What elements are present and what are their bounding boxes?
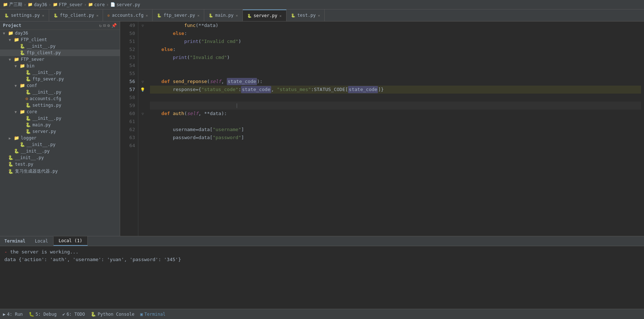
- close-icon-main[interactable]: ✕: [236, 13, 238, 17]
- pin-icon[interactable]: 📌: [111, 23, 117, 28]
- status-debug[interactable]: 🐛 5: Debug: [29, 312, 57, 317]
- fold-icon-60[interactable]: ▽: [142, 112, 144, 116]
- tree-label-settings: settings.py: [32, 103, 61, 108]
- close-icon-settings[interactable]: ✕: [42, 13, 44, 17]
- code-line-64: [150, 142, 641, 150]
- breadcrumb-item-4[interactable]: 📄 server.py: [110, 2, 140, 7]
- tree-item-init-conf[interactable]: 🐍 __init__.py: [0, 89, 120, 95]
- folder-icon-core: 📁: [20, 109, 25, 114]
- tree-item-main-py[interactable]: 🐍 main.py: [0, 122, 120, 128]
- todo-icon: ✔: [62, 312, 65, 317]
- tree-item-day36[interactable]: ▼ 📁 day36: [0, 30, 120, 36]
- tree-item-zh-py[interactable]: 🐍 复习生成器迭代器.py: [0, 168, 120, 175]
- tree-label-conf: conf: [27, 83, 37, 88]
- py-icon-ftp-sever: 🐍: [157, 13, 161, 17]
- status-terminal[interactable]: ▣ Terminal: [140, 312, 165, 317]
- tree-label-init-root2: __init__.py: [15, 155, 44, 160]
- tab-test-py[interactable]: 🐍 test.py ✕: [287, 9, 325, 21]
- settings-icon[interactable]: ⚙: [107, 23, 110, 28]
- arrow-bin: ▼: [15, 64, 18, 68]
- py-icon-init1: 🐍: [20, 44, 25, 49]
- terminal-tab-local[interactable]: Local: [30, 237, 54, 245]
- ln-59: 59: [123, 102, 135, 110]
- tree-label-ftp-client-py: ftp_client.py: [27, 50, 61, 55]
- tab-ftp-client[interactable]: 🐍 ftp_client.py ✕: [49, 9, 103, 21]
- gutter-56: ▽: [138, 78, 147, 86]
- tab-ftp-sever[interactable]: 🐍 ftp_sever.py ✕: [153, 9, 204, 21]
- gutter-62: [138, 126, 147, 134]
- tree-item-ftp-client[interactable]: ▼ 📁 FTP_client: [0, 36, 120, 43]
- status-python-console[interactable]: 🐍 Python Console: [91, 312, 134, 317]
- py-icon-ftp: 🐍: [54, 13, 58, 17]
- breadcrumb-item-2[interactable]: 📁 FTP_sever: [53, 2, 83, 7]
- collapse-icon[interactable]: ⊟: [103, 23, 106, 28]
- tab-accounts-cfg[interactable]: ⚙ accounts.cfg ✕: [103, 9, 153, 21]
- gutter-64: [138, 142, 147, 150]
- folder-icon-ftp-sever: 📁: [14, 57, 19, 62]
- tree-item-ftp-client-py[interactable]: 🐍 ftp_client.py: [0, 50, 120, 56]
- tab-settings-py[interactable]: 🐍 settings.py ✕: [0, 9, 49, 21]
- py-icon-test: 🐍: [291, 13, 295, 17]
- tab-label-test: test.py: [297, 13, 316, 18]
- code-line-51: print("Invalid cmd"): [150, 38, 641, 46]
- tree-item-settings-py[interactable]: 🐍 settings.py: [0, 102, 120, 109]
- tree-item-init-root2[interactable]: 🐍 __init__.py: [0, 154, 120, 161]
- tree-item-init-root1[interactable]: 🐍 __init__.py: [0, 148, 120, 154]
- debug-label: 5: Debug: [36, 312, 57, 317]
- tree-label-test-py: test.py: [15, 162, 33, 167]
- run-icon: ▶: [3, 312, 5, 317]
- breadcrumb-item-0[interactable]: 📁 产三期: [3, 1, 22, 8]
- tree-label-ftp-client: FTP_client: [21, 37, 47, 42]
- close-icon-ftp-sever[interactable]: ✕: [197, 13, 199, 17]
- tree-item-conf[interactable]: ▼ 📁 conf: [0, 82, 120, 89]
- sidebar-toolbar: ↻ ⊟ ⚙ 📌: [99, 23, 117, 28]
- tree-item-core[interactable]: ▼ 📁 core: [0, 109, 120, 115]
- close-icon-accounts[interactable]: ✕: [146, 13, 148, 17]
- file-icon-4: 📄: [110, 2, 115, 7]
- tree-item-accounts-cfg[interactable]: ⚙ accounts.cfg: [0, 95, 120, 102]
- status-bar: ▶ 4: Run 🐛 5: Debug ✔ 6: TODO 🐍 Python C…: [0, 309, 644, 319]
- close-icon-test[interactable]: ✕: [318, 13, 320, 17]
- code-lines[interactable]: func(**data) else: print("Invalid cmd") …: [147, 21, 644, 236]
- tree-label-init-conf: __init__.py: [32, 90, 61, 95]
- gutter-51: [138, 38, 147, 46]
- lightbulb-57[interactable]: 💡: [140, 87, 145, 92]
- code-line-63: password=data["password"]: [150, 134, 641, 142]
- gutter-54: [138, 62, 147, 70]
- tab-server-py[interactable]: 🐍 server.py ✕: [243, 9, 287, 21]
- run-label: 4: Run: [7, 312, 23, 317]
- breadcrumb: 📁 产三期 › 📁 day36 › 📁 FTP_sever › 📁 core ›…: [0, 0, 644, 9]
- status-todo[interactable]: ✔ 6: TODO: [62, 312, 85, 317]
- tree-item-init-bin[interactable]: 🐍 __init__.py: [0, 69, 120, 76]
- close-icon-server[interactable]: ✕: [280, 14, 282, 18]
- ln-64: 64: [123, 142, 135, 150]
- ln-63: 63: [123, 134, 135, 142]
- tree-item-bin[interactable]: ▼ 📁 bin: [0, 63, 120, 69]
- tree-item-ftp-sever-folder[interactable]: ▼ 📁 FTP_sever: [0, 56, 120, 63]
- debug-icon: 🐛: [29, 312, 34, 317]
- tab-main-py[interactable]: 🐍 main.py ✕: [204, 9, 243, 21]
- status-run[interactable]: ▶ 4: Run: [3, 312, 23, 317]
- gutter-53: [138, 54, 147, 62]
- tree-item-init-logger[interactable]: 🐍 __init__.py: [0, 141, 120, 148]
- close-icon-ftp-client[interactable]: ✕: [96, 13, 98, 17]
- fold-icon-49[interactable]: ▽: [142, 24, 144, 28]
- terminal-tab-local-1[interactable]: Local (1): [54, 236, 88, 246]
- code-editor[interactable]: 49 50 51 52 53 54 55 56 57 58 59 60 61 6…: [120, 21, 644, 236]
- tree-item-ftp-sever-py[interactable]: 🐍 ftp_sever.py: [0, 76, 120, 82]
- tree-item-test-py[interactable]: 🐍 test.py: [0, 161, 120, 168]
- breadcrumb-label-4: server.py: [116, 2, 140, 7]
- terminal-line-0: - the server is working...: [4, 248, 640, 256]
- tree-item-init-core[interactable]: 🐍 __init__.py: [0, 115, 120, 122]
- breadcrumb-item-1[interactable]: 📁 day36: [28, 2, 47, 7]
- ln-49: 49: [123, 21, 135, 29]
- breadcrumb-item-3[interactable]: 📁 core: [88, 2, 105, 7]
- tree-item-server-py[interactable]: 🐍 server.py: [0, 128, 120, 135]
- tree-item-init-1[interactable]: 🐍 __init__.py: [0, 43, 120, 50]
- fold-icon-56[interactable]: ▽: [142, 80, 144, 84]
- terminal-line-1: data {'action': 'auth', 'username': 'yua…: [4, 256, 640, 264]
- arrow-core: ▼: [15, 110, 18, 114]
- tree-item-logger[interactable]: ▶ 📁 logger: [0, 135, 120, 141]
- py-icon-init-root2: 🐍: [8, 155, 13, 160]
- refresh-icon[interactable]: ↻: [99, 23, 102, 28]
